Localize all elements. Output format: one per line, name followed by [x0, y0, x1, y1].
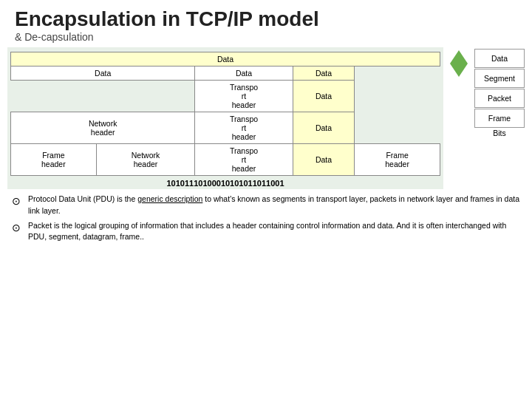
data-cell-r4: Data	[293, 112, 354, 144]
bullet-2: ⊙ Packet is the logical grouping of info…	[12, 220, 520, 244]
empty-r2	[355, 66, 440, 81]
data-cell-r2c2: Data	[195, 66, 293, 81]
diagram-area: Data Data Data Data Transportheader Data…	[7, 47, 443, 189]
transpo-header-r5: Transportheader	[195, 144, 293, 176]
network-header-r4: Networkheader	[11, 112, 195, 144]
table-row: Data	[11, 52, 440, 66]
data-cell-r2c1: Data	[11, 66, 195, 81]
table-row: Networkheader Transportheader Data	[11, 112, 440, 144]
data-cell-r5: Data	[293, 144, 354, 176]
empty-r4	[355, 112, 440, 144]
bullet-1-text: Protocol Data Unit (PDU) is the generic …	[28, 194, 520, 217]
bullet-icon-1: ⊙	[12, 194, 24, 209]
transpo-header-r4: Transportheader	[195, 112, 293, 144]
underline-text: generic description	[137, 194, 202, 203]
table-row: Data Data Data	[11, 66, 440, 81]
data-cell-r3: Data	[293, 81, 354, 112]
arrow-up-icon	[450, 50, 468, 64]
bullet-icon-2: ⊙	[12, 220, 24, 236]
arrow-down-icon	[450, 64, 468, 77]
data-cell-row1: Data	[11, 52, 440, 66]
bullet-1: ⊙ Protocol Data Unit (PDU) is the generi…	[12, 194, 520, 217]
table-row: Transportheader Data	[11, 81, 440, 112]
empty-r3	[11, 81, 195, 112]
bullet-2-text: Packet is the logical grouping of inform…	[28, 220, 520, 244]
data-cell-r2c3: Data	[293, 66, 354, 81]
arrow-column	[448, 47, 470, 80]
sub-title: & De-capsulation	[15, 31, 517, 43]
label-packet: Packet	[474, 89, 525, 108]
transpo-header-r3: Transportheader	[195, 81, 293, 112]
encapsulation-table: Data Data Data Data Transportheader Data…	[10, 52, 440, 176]
label-frame: Frame	[474, 109, 525, 128]
label-data: Data	[474, 49, 525, 68]
main-title: Encapsulation in TCP/IP model	[15, 7, 517, 31]
right-labels: Data Segment Packet Frame Bits	[474, 47, 525, 137]
title-section: Encapsulation in TCP/IP model & De-capsu…	[0, 0, 532, 46]
label-segment: Segment	[474, 69, 525, 88]
frame-header2-r5: Frameheader	[355, 144, 440, 176]
middle-section: Data Data Data Data Transportheader Data…	[0, 46, 532, 191]
label-bits: Bits	[474, 129, 525, 137]
network-header-r5: Networkheader	[96, 144, 195, 176]
bits-row: 10101110100010101011011001	[10, 179, 440, 188]
table-row: Frameheader Networkheader Transportheade…	[11, 144, 440, 176]
bottom-text-section: ⊙ Protocol Data Unit (PDU) is the generi…	[0, 191, 532, 249]
frame-header-r5: Frameheader	[11, 144, 97, 176]
empty-r3b	[355, 81, 440, 112]
